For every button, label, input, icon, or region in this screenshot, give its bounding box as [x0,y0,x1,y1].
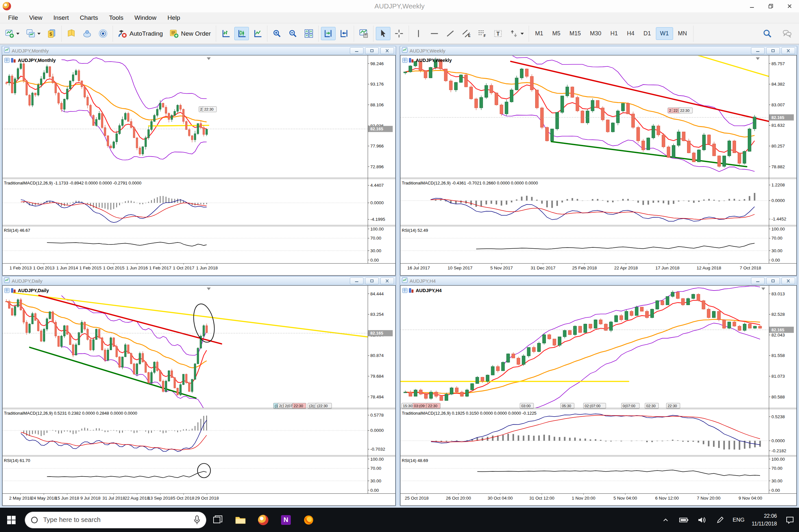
taskbar-search-input[interactable]: Type here to search [25,512,206,528]
fibonacci-button[interactable]: F [475,27,489,40]
app-titlebar[interactable]: AUDJPY,Weekly [0,0,799,12]
svg-text:-0.2182: -0.2182 [771,448,786,453]
timeframe-m15-button[interactable]: M15 [565,27,585,40]
chart-canvas-daily[interactable]: (12(12(0722:30(2(((22:30AUDJPY,Daily84.4… [2,285,396,506]
svg-text:22:: 22: [673,109,678,113]
chart-minimize-button[interactable] [350,48,363,54]
timeframe-h1-button[interactable]: H1 [606,27,622,40]
menu-tools[interactable]: Tools [104,12,129,23]
chart-restore-button[interactable] [766,48,780,54]
metatrader-taskbar-icon[interactable] [252,508,275,532]
clock[interactable]: 22:06 11/11/2018 [748,512,781,527]
tile-windows-button[interactable] [302,27,316,40]
action-center-icon[interactable] [781,508,799,532]
zoom-in-button[interactable] [270,27,284,40]
chart-minimize-button[interactable] [751,278,765,284]
vertical-line-icon [414,29,423,38]
candlestick-chart-button[interactable] [234,27,249,40]
app-close-button[interactable] [780,0,799,12]
chart-close-button[interactable] [380,278,394,284]
battery-icon[interactable] [675,508,693,532]
chart-close-button[interactable] [781,278,795,284]
toolbar-group [62,25,113,42]
chevron-down-icon[interactable] [521,33,524,35]
tray-chevron-icon[interactable] [656,508,675,532]
menu-help[interactable]: Help [162,12,186,23]
chart-window-titlebar[interactable]: AUDJPY,H4 [400,277,797,285]
line-chart-button[interactable] [250,27,265,40]
templates-button[interactable] [356,27,371,40]
chart-canvas-weekly[interactable]: 222:22:30AUDJPY,Weekly85.75784.38283.007… [400,55,797,276]
profiles-button[interactable] [23,27,43,40]
new-chart-button[interactable] [2,27,22,40]
timeframe-d1-button[interactable]: D1 [639,27,655,40]
firefox-icon[interactable] [297,508,320,532]
timeframe-m1-button[interactable]: M1 [531,27,547,40]
file-explorer-icon[interactable] [229,508,252,532]
chart-restore-button[interactable] [365,48,379,54]
new-order-button[interactable]: New Order [167,27,214,40]
chart-minimize-button[interactable] [751,48,765,54]
zoom-out-button[interactable] [286,27,300,40]
chart-shift-button[interactable] [337,27,351,40]
volume-icon[interactable] [693,508,711,532]
cursor-icon [378,29,388,38]
microphone-icon[interactable] [193,515,201,525]
chart-window-titlebar[interactable]: AUDJPY,Daily [2,277,396,285]
svg-text:22:30: 22:30 [668,404,677,408]
auto-scroll-button[interactable] [321,27,335,40]
chart-close-button[interactable] [380,48,394,54]
menu-window[interactable]: Window [129,12,162,23]
signals-button[interactable] [96,27,110,40]
chat-button[interactable] [780,27,795,40]
svg-text:1.2208: 1.2208 [771,183,785,187]
svg-text:0.00: 0.00 [771,488,780,493]
bar-chart-button[interactable] [218,27,233,40]
svg-text:30.00: 30.00 [370,478,381,483]
market-watch-button[interactable]: $ [44,27,59,40]
trendline-button[interactable] [443,27,458,40]
equidistant-channel-button[interactable]: E [459,27,473,40]
svg-text:05:30: 05:30 [562,404,571,408]
arrows-button[interactable] [507,27,526,40]
cursor-button[interactable] [376,27,391,40]
chart-restore-button[interactable] [766,278,780,284]
chevron-down-icon[interactable] [37,33,40,35]
timeframe-h4-button[interactable]: H4 [623,27,639,40]
history-center-button[interactable] [64,27,78,40]
publisher-button[interactable] [80,27,94,40]
horizontal-line-button[interactable] [427,27,442,40]
svg-text:1 Oct 2017: 1 Oct 2017 [173,266,194,270]
vertical-line-button[interactable] [411,27,426,40]
start-button[interactable] [0,508,23,532]
timeframe-m5-button[interactable]: M5 [548,27,565,40]
svg-text:0.0000: 0.0000 [771,438,785,443]
chart-window-titlebar[interactable]: AUDJPY,Weekly [400,46,797,55]
onenote-icon[interactable]: N [275,508,297,532]
app-restore-button[interactable] [761,0,780,12]
chart-window-titlebar[interactable]: AUDJPY,Monthly [2,46,396,55]
chart-canvas-h4[interactable]: 15:3003:(09:122:3003:0005:3002:(07:000(0… [400,285,797,506]
svg-text:100.00: 100.00 [771,457,785,462]
menu-charts[interactable]: Charts [74,12,104,23]
svg-text:$: $ [49,32,52,37]
autotrading-button[interactable]: AutoTrading [115,27,165,40]
timeframe-mn-button[interactable]: MN [674,27,691,40]
pen-icon[interactable] [711,508,729,532]
menu-view[interactable]: View [24,12,48,23]
task-view-button[interactable] [206,508,229,532]
chevron-down-icon[interactable] [16,33,19,35]
chart-canvas-monthly[interactable]: 222:30AUDJPY,Monthly98.24693.17688.10682… [2,55,396,276]
app-minimize-button[interactable] [743,0,761,12]
timeframe-m30-button[interactable]: M30 [586,27,605,40]
chart-close-button[interactable] [781,48,795,54]
text-label-button[interactable]: T [491,27,505,40]
chart-restore-button[interactable] [365,278,379,284]
crosshair-button[interactable] [392,27,406,40]
chart-minimize-button[interactable] [350,278,363,284]
timeframe-w1-button[interactable]: W1 [656,27,673,40]
menu-file[interactable]: File [3,12,24,23]
search-button[interactable] [760,27,775,40]
menu-insert[interactable]: Insert [48,12,74,23]
language-indicator[interactable]: ENG [729,517,748,523]
